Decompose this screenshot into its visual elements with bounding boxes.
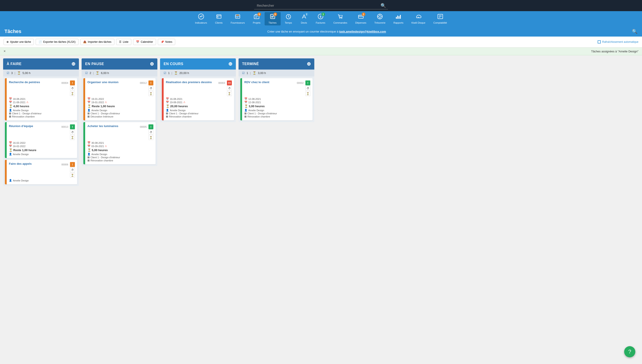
- task-date1: 📅 18-08-2021: [9, 98, 75, 100]
- task-project: ▦ Client 1 - Design d'intérieur: [166, 112, 232, 115]
- task-card-00004[interactable]: Recherche de peintres 00004 ! ⏱ ⏳ 📅 18-0…: [5, 78, 77, 120]
- nav-item-temps[interactable]: Temps: [281, 12, 296, 26]
- card-body: Réunion d'équipe 00013 ! ⏱ ⏳ 📅 16-02-202…: [7, 122, 77, 158]
- task-hours: ⏳ 4,00 heures: [9, 104, 75, 108]
- svg-rect-26: [397, 16, 398, 19]
- export-button[interactable]: 📄 Exporter les tâches (XLSX): [36, 39, 78, 45]
- nav-item-devis[interactable]: 2 Devis: [296, 12, 312, 26]
- date2-danger-icon: ⚠: [183, 101, 186, 104]
- task-clock-button[interactable]: ⏱: [70, 86, 75, 91]
- notes-button[interactable]: 📌 Notes: [158, 39, 175, 45]
- task-clock-button[interactable]: ⏱: [306, 86, 310, 91]
- svg-text:$: $: [320, 15, 322, 18]
- add-task-en-pause-button[interactable]: ⊕: [150, 61, 154, 67]
- card-priority-side: [83, 78, 85, 120]
- task-timer-button[interactable]: ⏳: [306, 91, 310, 96]
- auto-refresh-checkbox[interactable]: [598, 40, 601, 44]
- column-stats-a-faire: ☑ 3 | ⏳ 5,00 h: [3, 70, 79, 76]
- task-project: ▦ Client 1 - Design d'intérieur: [88, 156, 153, 159]
- nav-item-rapports[interactable]: Rapports: [390, 12, 408, 26]
- priority-badge: !: [70, 80, 75, 85]
- tresorerie-icon: [377, 13, 383, 21]
- filter-close-button[interactable]: ×: [4, 49, 6, 53]
- task-clock-button[interactable]: ⏱: [148, 86, 153, 91]
- fab-button[interactable]: ?: [624, 346, 635, 357]
- task-title[interactable]: Recherche de peintres: [9, 80, 40, 84]
- card-priority-side: [5, 160, 7, 184]
- nav-item-factures[interactable]: $ 1 Factures: [312, 12, 330, 26]
- task-sub: ▦ Décoration Intérieure: [88, 115, 153, 118]
- devis-badge: 2: [305, 12, 308, 16]
- task-timer-button[interactable]: ⏳: [70, 91, 75, 96]
- task-person: 👤 Amelie Design: [9, 153, 75, 156]
- notes-icon: 📌: [161, 40, 164, 44]
- search-button[interactable]: 🔍: [380, 3, 386, 8]
- task-title[interactable]: RDV chez le client: [244, 80, 269, 84]
- task-clock-button[interactable]: ⏱: [70, 168, 75, 172]
- kanban-board: À FAIRE ⊕ ☑ 3 | ⏳ 5,00 h Recherche de pe…: [0, 55, 642, 361]
- task-clock-button[interactable]: ⏱: [227, 86, 232, 91]
- card-body: Réalisation des premiers dessins 00003 !…: [164, 78, 234, 120]
- nav-item-comptabilite[interactable]: Comptabilité: [429, 12, 451, 26]
- task-timer-button[interactable]: ⏳: [227, 91, 232, 96]
- task-card-00012[interactable]: Organiser une réunion 00012 ! ⏱ ⏳ 📅 19-0…: [83, 78, 156, 120]
- nav-item-depenses[interactable]: 1 Dépenses: [351, 12, 370, 26]
- task-timer-button[interactable]: ⏳: [148, 91, 153, 96]
- task-card-00013[interactable]: Réunion d'équipe 00013 ! ⏱ ⏳ 📅 16-02-202…: [5, 122, 77, 158]
- taches-icon: 6: [270, 13, 276, 21]
- import-button[interactable]: 📥 Importer des tâches: [80, 39, 114, 45]
- task-clock-button[interactable]: ⏱: [70, 130, 75, 135]
- email-link[interactable]: task.ameliedesign@kiwilibox.com: [339, 30, 386, 33]
- task-date2: 📅 03-09-2021 ⚠: [88, 145, 153, 148]
- nav-item-fournisseurs[interactable]: Fournisseurs: [227, 12, 249, 26]
- task-id: 00013: [61, 126, 68, 128]
- task-count-termine: 1: [246, 71, 248, 75]
- task-card-00006[interactable]: Faire des appels 00006 ! ⏱ ⏳ 👤 Amelie De…: [5, 160, 77, 184]
- nav-item-kiwili-disque[interactable]: Kiwili Disque: [408, 12, 429, 26]
- card-body: Recherche de peintres 00004 ! ⏱ ⏳ 📅 18-0…: [7, 78, 77, 120]
- task-title[interactable]: Faire des appels: [9, 162, 32, 166]
- page-header: Tâches Créer une tâche en envoyant un co…: [0, 26, 642, 36]
- column-title-en-cours: EN COURS: [164, 62, 183, 66]
- task-date1: 📅 30-08-2021: [88, 141, 153, 144]
- hourglass-icon: ⏳: [174, 71, 178, 75]
- task-title[interactable]: Acheter les luminaires: [88, 124, 118, 128]
- task-sub: ▦ Rénovation chambre: [244, 115, 310, 118]
- add-task-termine-button[interactable]: ⊕: [307, 61, 311, 67]
- task-timer-button[interactable]: ⏳: [70, 173, 75, 178]
- page-subtitle: Créer une tâche en envoyant un courrier …: [22, 30, 632, 33]
- header-search-button[interactable]: 🔍: [632, 29, 638, 34]
- add-task-a-faire-button[interactable]: ⊕: [71, 61, 75, 67]
- svg-point-20: [379, 16, 381, 18]
- task-id: 00006: [61, 163, 68, 166]
- task-title[interactable]: Réunion d'équipe: [9, 124, 33, 128]
- nav-item-indicateurs[interactable]: Indicateurs: [191, 12, 211, 26]
- task-title[interactable]: Organiser une réunion: [88, 80, 118, 84]
- task-date2: 📅 12-08-2021: [244, 101, 310, 104]
- nav-item-commandes[interactable]: Commandes: [329, 12, 351, 26]
- task-person: 👤 Amelie Design: [166, 109, 232, 112]
- nav-item-tresorerie[interactable]: Trésorerie: [370, 12, 390, 26]
- search-input[interactable]: [254, 2, 388, 9]
- task-card-00005[interactable]: Acheter les luminaires 00005 ! ⏱ ⏳ 📅 30-…: [83, 122, 156, 164]
- add-task-button[interactable]: ⊕ Ajouter une tâche: [4, 39, 34, 45]
- factures-badge: 1: [322, 12, 325, 16]
- task-id: 00003: [218, 82, 225, 84]
- task-timer-button[interactable]: ⏳: [70, 135, 75, 140]
- add-task-en-cours-button[interactable]: ⊕: [228, 61, 232, 67]
- svg-point-0: [198, 14, 204, 19]
- nav-item-projets[interactable]: 6 Projets: [249, 12, 264, 26]
- list-button[interactable]: ☰ Liste: [116, 39, 131, 45]
- filter-text: Tâches assignées à "Amelie Design": [6, 50, 638, 53]
- auto-refresh-toggle[interactable]: Rafraîchissement automatique: [598, 40, 638, 44]
- task-card-00003[interactable]: Réalisation des premiers dessins 00003 !…: [162, 78, 234, 120]
- nav-item-clients[interactable]: Clients: [211, 12, 227, 26]
- task-title[interactable]: Réalisation des premiers dessins: [166, 80, 212, 84]
- card-priority-side: [162, 78, 164, 120]
- depenses-badge: 1: [362, 12, 365, 16]
- calendar-button[interactable]: 📅 Calendrier: [133, 39, 156, 45]
- task-timer-button[interactable]: ⏳: [148, 135, 153, 140]
- task-card-00002[interactable]: RDV chez le client 00002 ! ⏱ ⏳ 📅 12-08-2…: [240, 78, 312, 120]
- task-clock-button[interactable]: ⏱: [148, 130, 153, 135]
- nav-item-taches[interactable]: 6 Tâches: [264, 12, 281, 26]
